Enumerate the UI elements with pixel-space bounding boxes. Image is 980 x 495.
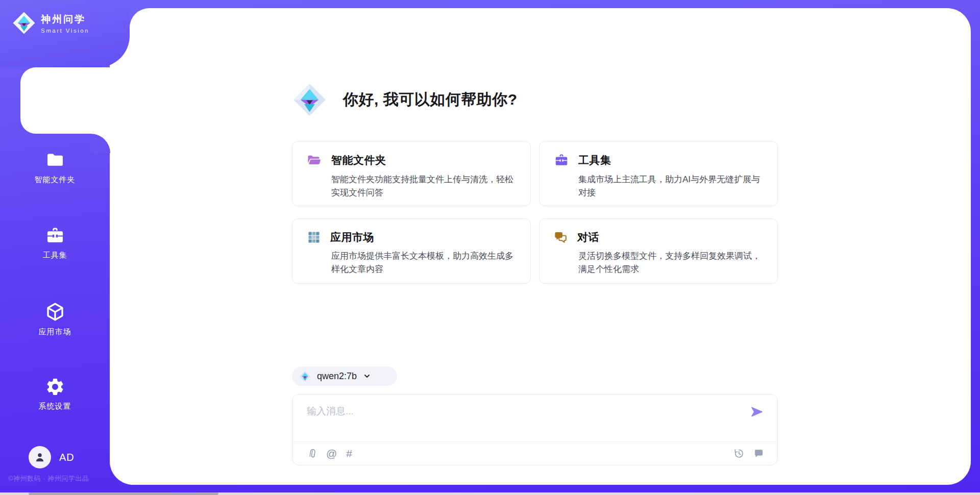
chat-bubbles-icon [554, 230, 568, 244]
user-profile[interactable]: AD [29, 446, 75, 468]
greeting-section: 你好, 我可以如何帮助你? [292, 83, 518, 117]
folder-open-icon [307, 153, 322, 168]
sidebar-item-label: 应用市场 [39, 327, 71, 337]
card-description: 灵活切换多模型文件，支持多样回复效果调试，满足个性化需求 [578, 250, 768, 276]
card-title: 对话 [577, 230, 599, 244]
copyright-text: ©神州数码 · 神州问学出品 [8, 474, 110, 483]
main-content-panel: 你好, 我可以如何帮助你? 智能文件夹 智能文件夹功能支持批量文件上传与清洗，轻… [110, 8, 971, 485]
chevron-down-icon[interactable] [363, 372, 371, 380]
send-icon[interactable] [750, 405, 764, 419]
user-avatar-icon [29, 446, 51, 468]
horizontal-scrollbar[interactable] [0, 492, 980, 495]
sidebar-item-app-market[interactable]: 应用市场 [0, 301, 110, 337]
card-description: 集成市场上主流工具，助力AI与外界无缝扩展与对接 [578, 173, 768, 200]
hashtag-icon[interactable]: # [346, 449, 352, 459]
card-description: 应用市场提供丰富长文本模板，助力高效生成多样化文章内容 [331, 250, 521, 276]
grid-icon [307, 230, 321, 244]
card-smart-folder[interactable]: 智能文件夹 智能文件夹功能支持批量文件上传与清洗，轻松实现文件问答 [292, 141, 531, 206]
model-name: qwen2:7b [317, 371, 357, 382]
sidebar-item-label: 智能文件夹 [35, 175, 76, 185]
model-selector[interactable]: qwen2:7b [292, 366, 397, 386]
active-nav-bubble [20, 67, 110, 134]
diamond-logo-icon [292, 83, 327, 117]
card-description: 智能文件夹功能支持批量文件上传与清洗，轻松实现文件问答 [331, 173, 521, 200]
sidebar-item-label: 工具集 [43, 251, 67, 260]
diamond-logo-icon [12, 11, 36, 35]
panel-corner-curve [130, 8, 149, 28]
card-toolset[interactable]: 工具集 集成市场上主流工具，助力AI与外界无缝扩展与对接 [539, 141, 778, 206]
message-composer: @ # [292, 394, 778, 465]
app-name: 神州问学 [41, 13, 89, 26]
history-icon[interactable] [733, 448, 744, 459]
user-name: AD [59, 452, 75, 463]
card-title: 应用市场 [330, 230, 374, 244]
gear-icon [45, 377, 65, 397]
attachment-icon[interactable] [307, 448, 317, 459]
active-nav-bubble-curve [91, 134, 110, 153]
briefcase-icon [554, 153, 569, 168]
card-title: 智能文件夹 [331, 153, 386, 167]
folder-icon [45, 150, 65, 170]
scrollbar-thumb[interactable] [29, 492, 218, 495]
feature-cards: 智能文件夹 智能文件夹功能支持批量文件上传与清洗，轻松实现文件问答 工具集 集成… [292, 141, 778, 284]
greeting-text: 你好, 我可以如何帮助你? [343, 89, 518, 110]
cube-icon [44, 301, 66, 323]
diamond-logo-icon [299, 370, 311, 382]
mention-icon[interactable]: @ [326, 449, 337, 459]
app-logo: 神州问学 Smart Vision [12, 11, 89, 35]
sidebar-item-toolset[interactable]: 工具集 [0, 226, 110, 260]
briefcase-icon [45, 226, 65, 246]
sidebar-item-settings[interactable]: 系统设置 [0, 377, 110, 411]
card-chat[interactable]: 对话 灵活切换多模型文件，支持多样回复效果调试，满足个性化需求 [539, 218, 778, 284]
sidebar-item-label: 系统设置 [39, 402, 71, 411]
app-tagline: Smart Vision [41, 28, 89, 34]
message-input[interactable] [307, 405, 743, 417]
card-title: 工具集 [578, 153, 611, 167]
chat-bubble-icon[interactable] [753, 448, 764, 459]
card-app-market[interactable]: 应用市场 应用市场提供丰富长文本模板，助力高效生成多样化文章内容 [292, 218, 531, 284]
sidebar-item-smart-folder[interactable]: 智能文件夹 [0, 150, 110, 185]
